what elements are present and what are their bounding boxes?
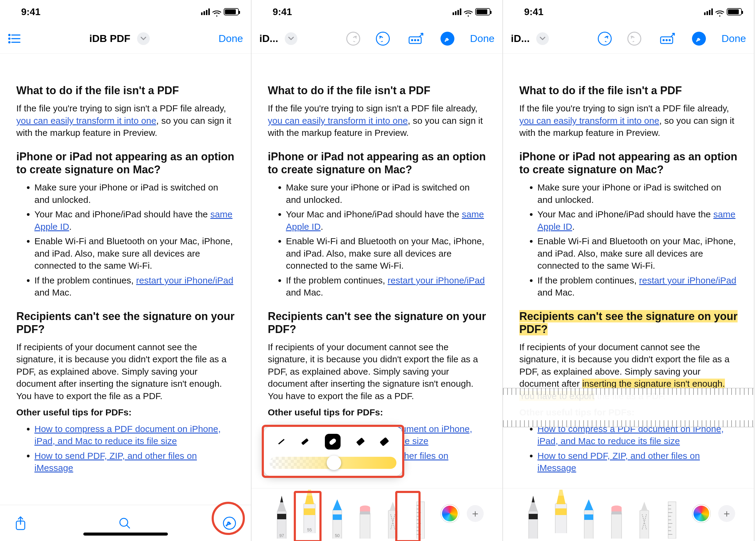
doc-title-trunc[interactable]: iD... xyxy=(259,33,278,44)
heading-3: Recipients can't see the signature on yo… xyxy=(16,310,235,336)
title-dropdown-icon[interactable] xyxy=(536,32,549,45)
battery-icon xyxy=(224,8,239,15)
done-button[interactable]: Done xyxy=(722,33,746,44)
heading-2: iPhone or iPad not appearing as an optio… xyxy=(16,150,235,176)
svg-line-9 xyxy=(127,525,130,528)
highlighter-tool[interactable] xyxy=(550,488,572,533)
transform-pdf-link[interactable]: you can easily transform it into one xyxy=(16,116,156,126)
svg-rect-17 xyxy=(304,508,315,515)
title-dropdown-icon[interactable] xyxy=(137,32,150,45)
lasso-tool[interactable] xyxy=(381,493,404,539)
share-icon[interactable] xyxy=(14,516,27,531)
cellular-icon xyxy=(452,8,461,15)
svg-rect-36 xyxy=(529,514,538,519)
home-indicator xyxy=(83,533,168,536)
color-well[interactable] xyxy=(692,504,710,523)
heading-3-highlighted: Recipients can't see the signature on yo… xyxy=(519,310,738,336)
opacity-slider-knob[interactable] xyxy=(327,456,341,470)
highlighter-tool[interactable]: 55 xyxy=(298,488,321,533)
svg-rect-39 xyxy=(611,511,622,514)
nav-bar-markup: iD... Done xyxy=(252,24,502,54)
svg-point-2 xyxy=(9,38,10,39)
pen-tool[interactable]: 97 xyxy=(271,493,293,539)
list-icon[interactable] xyxy=(8,34,21,44)
search-icon[interactable] xyxy=(118,517,131,530)
markup-tool-dock: 97 55 50 xyxy=(252,488,502,541)
screenshot-pane-3: 9:41 iD... xyxy=(503,0,754,541)
redo-icon[interactable] xyxy=(376,32,390,46)
pen-tool[interactable] xyxy=(522,493,544,539)
svg-point-4 xyxy=(9,42,10,43)
document-scroll[interactable]: What to do if the file isn't a PDF If th… xyxy=(0,54,251,505)
pen-options-popover[interactable] xyxy=(264,427,402,476)
doc-title-trunc[interactable]: iD... xyxy=(511,33,529,44)
heading-1: What to do if the file isn't a PDF xyxy=(16,84,235,97)
done-button[interactable]: Done xyxy=(219,33,243,44)
battery-icon xyxy=(475,8,490,15)
undo-icon[interactable] xyxy=(598,32,612,46)
nav-bar: iDB PDF Done xyxy=(0,24,251,54)
opacity-slider[interactable] xyxy=(270,457,396,469)
clock: 9:41 xyxy=(524,6,543,18)
svg-point-34 xyxy=(666,40,667,41)
tip-link-1[interactable]: How to compress a PDF document on iPhone… xyxy=(34,424,221,446)
svg-point-12 xyxy=(411,40,413,41)
svg-rect-21 xyxy=(360,511,370,514)
subheading-tips: Other useful tips for PDFs: xyxy=(16,407,132,417)
autofill-icon[interactable] xyxy=(659,33,676,45)
svg-point-14 xyxy=(417,40,419,41)
markup-active-icon[interactable] xyxy=(692,32,706,46)
stroke-xl-icon[interactable] xyxy=(379,437,389,446)
color-well[interactable] xyxy=(441,504,459,523)
add-button[interactable]: ＋ xyxy=(467,505,484,522)
clock: 9:41 xyxy=(21,6,40,18)
doc-title[interactable]: iDB PDF xyxy=(89,33,130,44)
svg-point-35 xyxy=(669,40,670,41)
ruler-tool[interactable] xyxy=(661,493,683,539)
ruler-tool[interactable] xyxy=(409,493,432,539)
status-right xyxy=(201,8,239,15)
tip-link-2[interactable]: How to send PDF, ZIP, and other files on… xyxy=(34,451,197,473)
stroke-large-icon[interactable] xyxy=(356,437,365,446)
markup-tool-dock: ＋ xyxy=(503,488,754,541)
svg-rect-19 xyxy=(333,514,342,520)
svg-point-33 xyxy=(663,40,664,41)
svg-rect-37 xyxy=(555,508,567,515)
screenshot-pane-1: 9:41 iDB PDF Done What to do if the file… xyxy=(0,0,252,541)
stroke-selected-icon[interactable] xyxy=(325,434,341,449)
restart-link[interactable]: restart your iPhone/iPad xyxy=(136,275,233,285)
markup-icon[interactable] xyxy=(223,516,237,530)
redo-icon[interactable] xyxy=(627,32,641,46)
screenshot-pane-2: 9:41 iD... xyxy=(252,0,503,541)
stroke-thin-icon[interactable] xyxy=(278,439,285,444)
pencil-blue-tool[interactable] xyxy=(577,493,600,539)
wifi-icon xyxy=(715,8,724,15)
bottom-toolbar xyxy=(0,505,251,541)
eraser-tool[interactable] xyxy=(605,493,628,539)
status-bar: 9:41 xyxy=(252,0,502,24)
title-dropdown-icon[interactable] xyxy=(285,32,298,45)
autofill-icon[interactable] xyxy=(408,33,425,45)
svg-text:50: 50 xyxy=(335,533,340,538)
svg-rect-38 xyxy=(584,514,593,520)
wifi-icon xyxy=(212,8,221,15)
stroke-width-row xyxy=(270,432,396,451)
done-button[interactable]: Done xyxy=(470,33,494,44)
svg-rect-22 xyxy=(416,502,424,539)
stroke-med-icon[interactable] xyxy=(301,438,309,445)
undo-icon[interactable] xyxy=(346,32,360,46)
add-button[interactable]: ＋ xyxy=(718,505,735,522)
svg-text:55: 55 xyxy=(307,527,312,532)
svg-text:97: 97 xyxy=(279,533,284,538)
eraser-tool[interactable] xyxy=(354,493,376,539)
svg-point-13 xyxy=(414,40,416,41)
document-scroll[interactable]: What to do if the file isn't a PDF If th… xyxy=(503,54,754,541)
svg-point-0 xyxy=(9,34,10,36)
wifi-icon xyxy=(464,8,473,15)
troubleshoot-list: Make sure your iPhone or iPad is switche… xyxy=(16,182,235,299)
markup-active-icon[interactable] xyxy=(440,32,454,46)
lasso-tool[interactable] xyxy=(633,493,655,539)
ruler-overlay[interactable] xyxy=(503,388,754,427)
pencil-blue-tool[interactable]: 50 xyxy=(326,493,349,539)
status-bar: 9:41 xyxy=(0,0,251,24)
